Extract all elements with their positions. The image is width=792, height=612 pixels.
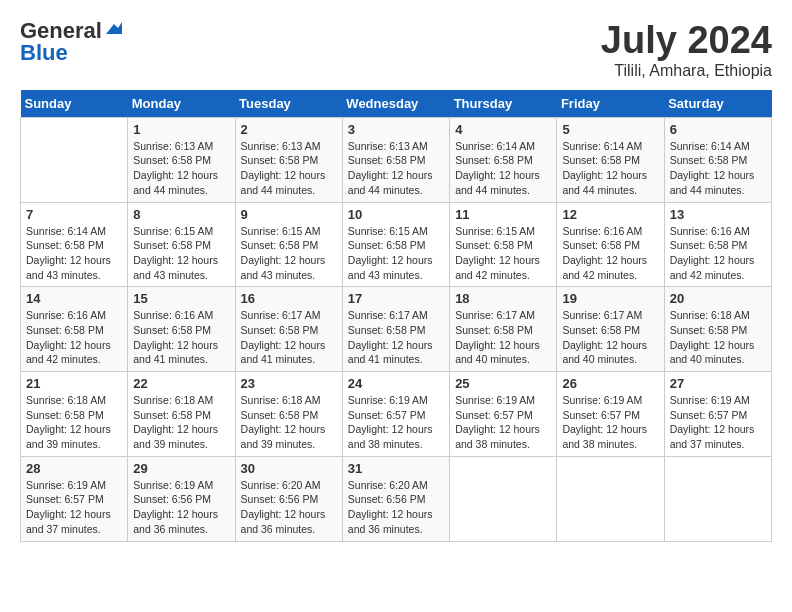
svg-marker-0 — [106, 22, 122, 34]
day-info: Sunrise: 6:17 AMSunset: 6:58 PMDaylight:… — [562, 308, 658, 367]
day-number: 18 — [455, 291, 551, 306]
calendar-cell: 19Sunrise: 6:17 AMSunset: 6:58 PMDayligh… — [557, 287, 664, 372]
day-info: Sunrise: 6:15 AMSunset: 6:58 PMDaylight:… — [455, 224, 551, 283]
day-number: 3 — [348, 122, 444, 137]
day-info: Sunrise: 6:19 AMSunset: 6:57 PMDaylight:… — [562, 393, 658, 452]
day-number: 7 — [26, 207, 122, 222]
calendar-table: SundayMondayTuesdayWednesdayThursdayFrid… — [20, 90, 772, 542]
day-number: 10 — [348, 207, 444, 222]
calendar-cell — [557, 456, 664, 541]
day-info: Sunrise: 6:14 AMSunset: 6:58 PMDaylight:… — [670, 139, 766, 198]
day-info: Sunrise: 6:19 AMSunset: 6:56 PMDaylight:… — [133, 478, 229, 537]
calendar-cell: 10Sunrise: 6:15 AMSunset: 6:58 PMDayligh… — [342, 202, 449, 287]
logo-bird-icon — [104, 20, 122, 38]
day-info: Sunrise: 6:14 AMSunset: 6:58 PMDaylight:… — [455, 139, 551, 198]
weekday-header-cell: Tuesday — [235, 90, 342, 118]
weekday-header-row: SundayMondayTuesdayWednesdayThursdayFrid… — [21, 90, 772, 118]
day-number: 20 — [670, 291, 766, 306]
calendar-cell — [21, 117, 128, 202]
day-info: Sunrise: 6:19 AMSunset: 6:57 PMDaylight:… — [670, 393, 766, 452]
calendar-cell: 21Sunrise: 6:18 AMSunset: 6:58 PMDayligh… — [21, 372, 128, 457]
calendar-cell: 17Sunrise: 6:17 AMSunset: 6:58 PMDayligh… — [342, 287, 449, 372]
calendar-cell: 25Sunrise: 6:19 AMSunset: 6:57 PMDayligh… — [450, 372, 557, 457]
day-info: Sunrise: 6:15 AMSunset: 6:58 PMDaylight:… — [241, 224, 337, 283]
day-info: Sunrise: 6:20 AMSunset: 6:56 PMDaylight:… — [241, 478, 337, 537]
calendar-cell: 26Sunrise: 6:19 AMSunset: 6:57 PMDayligh… — [557, 372, 664, 457]
month-title: July 2024 — [601, 20, 772, 62]
calendar-cell — [664, 456, 771, 541]
calendar-cell: 30Sunrise: 6:20 AMSunset: 6:56 PMDayligh… — [235, 456, 342, 541]
day-number: 15 — [133, 291, 229, 306]
location-text: Tilili, Amhara, Ethiopia — [601, 62, 772, 80]
calendar-week-row: 28Sunrise: 6:19 AMSunset: 6:57 PMDayligh… — [21, 456, 772, 541]
day-number: 23 — [241, 376, 337, 391]
calendar-cell: 2Sunrise: 6:13 AMSunset: 6:58 PMDaylight… — [235, 117, 342, 202]
day-info: Sunrise: 6:13 AMSunset: 6:58 PMDaylight:… — [133, 139, 229, 198]
weekday-header-cell: Thursday — [450, 90, 557, 118]
day-info: Sunrise: 6:15 AMSunset: 6:58 PMDaylight:… — [348, 224, 444, 283]
calendar-cell: 14Sunrise: 6:16 AMSunset: 6:58 PMDayligh… — [21, 287, 128, 372]
calendar-cell: 29Sunrise: 6:19 AMSunset: 6:56 PMDayligh… — [128, 456, 235, 541]
calendar-cell: 6Sunrise: 6:14 AMSunset: 6:58 PMDaylight… — [664, 117, 771, 202]
day-number: 1 — [133, 122, 229, 137]
day-info: Sunrise: 6:19 AMSunset: 6:57 PMDaylight:… — [26, 478, 122, 537]
calendar-cell: 22Sunrise: 6:18 AMSunset: 6:58 PMDayligh… — [128, 372, 235, 457]
calendar-cell: 11Sunrise: 6:15 AMSunset: 6:58 PMDayligh… — [450, 202, 557, 287]
day-info: Sunrise: 6:19 AMSunset: 6:57 PMDaylight:… — [455, 393, 551, 452]
logo-general-text: General — [20, 20, 102, 42]
day-info: Sunrise: 6:19 AMSunset: 6:57 PMDaylight:… — [348, 393, 444, 452]
day-info: Sunrise: 6:16 AMSunset: 6:58 PMDaylight:… — [26, 308, 122, 367]
calendar-cell: 13Sunrise: 6:16 AMSunset: 6:58 PMDayligh… — [664, 202, 771, 287]
calendar-cell: 18Sunrise: 6:17 AMSunset: 6:58 PMDayligh… — [450, 287, 557, 372]
calendar-week-row: 21Sunrise: 6:18 AMSunset: 6:58 PMDayligh… — [21, 372, 772, 457]
calendar-week-row: 7Sunrise: 6:14 AMSunset: 6:58 PMDaylight… — [21, 202, 772, 287]
day-number: 27 — [670, 376, 766, 391]
logo-blue-text: Blue — [20, 42, 68, 64]
weekday-header-cell: Saturday — [664, 90, 771, 118]
day-number: 17 — [348, 291, 444, 306]
calendar-body: 1Sunrise: 6:13 AMSunset: 6:58 PMDaylight… — [21, 117, 772, 541]
page-header: General Blue July 2024 Tilili, Amhara, E… — [20, 20, 772, 80]
weekday-header-cell: Sunday — [21, 90, 128, 118]
day-number: 30 — [241, 461, 337, 476]
calendar-week-row: 14Sunrise: 6:16 AMSunset: 6:58 PMDayligh… — [21, 287, 772, 372]
day-info: Sunrise: 6:16 AMSunset: 6:58 PMDaylight:… — [133, 308, 229, 367]
calendar-cell: 1Sunrise: 6:13 AMSunset: 6:58 PMDaylight… — [128, 117, 235, 202]
calendar-week-row: 1Sunrise: 6:13 AMSunset: 6:58 PMDaylight… — [21, 117, 772, 202]
day-number: 11 — [455, 207, 551, 222]
calendar-cell: 9Sunrise: 6:15 AMSunset: 6:58 PMDaylight… — [235, 202, 342, 287]
calendar-cell: 15Sunrise: 6:16 AMSunset: 6:58 PMDayligh… — [128, 287, 235, 372]
day-number: 29 — [133, 461, 229, 476]
weekday-header-cell: Friday — [557, 90, 664, 118]
day-number: 31 — [348, 461, 444, 476]
day-number: 25 — [455, 376, 551, 391]
day-number: 9 — [241, 207, 337, 222]
day-number: 19 — [562, 291, 658, 306]
day-info: Sunrise: 6:18 AMSunset: 6:58 PMDaylight:… — [241, 393, 337, 452]
day-number: 21 — [26, 376, 122, 391]
day-number: 8 — [133, 207, 229, 222]
day-info: Sunrise: 6:15 AMSunset: 6:58 PMDaylight:… — [133, 224, 229, 283]
day-info: Sunrise: 6:16 AMSunset: 6:58 PMDaylight:… — [562, 224, 658, 283]
logo: General Blue — [20, 20, 122, 64]
title-block: July 2024 Tilili, Amhara, Ethiopia — [601, 20, 772, 80]
calendar-cell: 27Sunrise: 6:19 AMSunset: 6:57 PMDayligh… — [664, 372, 771, 457]
day-info: Sunrise: 6:18 AMSunset: 6:58 PMDaylight:… — [26, 393, 122, 452]
weekday-header-cell: Wednesday — [342, 90, 449, 118]
day-number: 5 — [562, 122, 658, 137]
calendar-cell: 12Sunrise: 6:16 AMSunset: 6:58 PMDayligh… — [557, 202, 664, 287]
weekday-header-cell: Monday — [128, 90, 235, 118]
day-info: Sunrise: 6:14 AMSunset: 6:58 PMDaylight:… — [562, 139, 658, 198]
calendar-cell: 7Sunrise: 6:14 AMSunset: 6:58 PMDaylight… — [21, 202, 128, 287]
day-info: Sunrise: 6:13 AMSunset: 6:58 PMDaylight:… — [348, 139, 444, 198]
calendar-cell: 3Sunrise: 6:13 AMSunset: 6:58 PMDaylight… — [342, 117, 449, 202]
calendar-cell: 5Sunrise: 6:14 AMSunset: 6:58 PMDaylight… — [557, 117, 664, 202]
day-number: 13 — [670, 207, 766, 222]
day-number: 2 — [241, 122, 337, 137]
day-info: Sunrise: 6:16 AMSunset: 6:58 PMDaylight:… — [670, 224, 766, 283]
day-info: Sunrise: 6:17 AMSunset: 6:58 PMDaylight:… — [241, 308, 337, 367]
day-number: 6 — [670, 122, 766, 137]
calendar-cell: 28Sunrise: 6:19 AMSunset: 6:57 PMDayligh… — [21, 456, 128, 541]
day-info: Sunrise: 6:17 AMSunset: 6:58 PMDaylight:… — [455, 308, 551, 367]
day-number: 22 — [133, 376, 229, 391]
